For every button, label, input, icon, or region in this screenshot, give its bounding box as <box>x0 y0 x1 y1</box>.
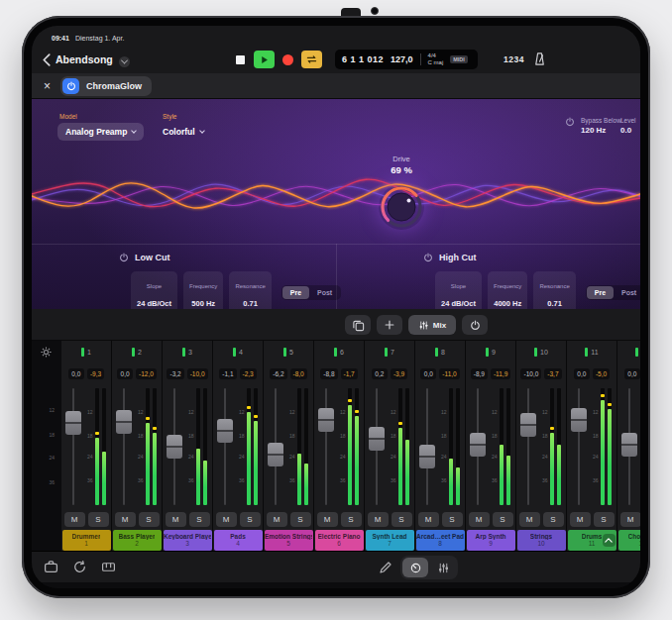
channel-strip[interactable]: 8 0,0 -11,0 12 18 24 36 <box>415 341 466 551</box>
drive-knob[interactable] <box>379 184 424 230</box>
project-title[interactable]: Abendsong <box>56 53 113 65</box>
track-name-tag[interactable]: Chorus V 12 <box>618 530 641 551</box>
fader-handle[interactable] <box>65 411 81 435</box>
mixer-power-button[interactable] <box>462 315 488 335</box>
post-button[interactable]: Post <box>614 286 640 299</box>
channel-strip[interactable]: 7 0,2 -3,9 12 18 24 36 <box>365 341 415 551</box>
mute-button[interactable]: M <box>570 512 591 527</box>
project-menu-button[interactable] <box>119 56 130 67</box>
fader-handle[interactable] <box>419 445 435 468</box>
plugin-power-toggle[interactable] <box>62 78 79 94</box>
solo-button[interactable]: S <box>139 512 160 527</box>
solo-button[interactable]: S <box>240 512 261 527</box>
mute-button[interactable]: M <box>418 512 439 527</box>
mute-button[interactable]: M <box>115 512 136 527</box>
track-name-tag[interactable]: Arcad…eet Pad 8 <box>416 530 465 551</box>
track-name-tag[interactable]: Pads 4 <box>214 530 263 551</box>
add-track-button[interactable] <box>377 315 402 335</box>
pre-button[interactable]: Pre <box>282 286 309 299</box>
browser-icon[interactable] <box>44 560 58 574</box>
solo-button[interactable]: S <box>493 512 513 527</box>
channel-strip[interactable]: 5 -6,2 -8,0 12 18 24 36 <box>264 341 314 551</box>
track-name-tag[interactable]: Strings 10 <box>517 530 566 551</box>
channel-strip[interactable]: 12 0,0 -6,0 12 18 24 36 <box>617 341 640 551</box>
pan-value[interactable]: 0,0 <box>117 368 133 379</box>
volume-value[interactable]: -3,7 <box>544 368 561 379</box>
mixer-settings-icon[interactable] <box>40 346 53 359</box>
bypass-below-control[interactable]: Bypass Below 120 Hz <box>565 117 621 135</box>
fader-handle[interactable] <box>268 443 283 466</box>
pan-value[interactable]: -1,1 <box>219 368 236 379</box>
metronome-button[interactable] <box>532 52 547 66</box>
fader-handle[interactable] <box>520 413 536 437</box>
mute-button[interactable]: M <box>166 512 186 527</box>
channel-strip[interactable]: 11 0,0 -5,0 12 18 24 36 <box>567 341 617 551</box>
volume-value[interactable]: -11,0 <box>439 368 459 379</box>
track-name-tag[interactable]: Emotion Strings 5 <box>265 530 313 551</box>
solo-button[interactable]: S <box>392 512 412 527</box>
fader-handle[interactable] <box>621 433 637 457</box>
fader-handle[interactable] <box>116 410 132 434</box>
channel-strip[interactable]: 2 0,0 -12,0 12 18 24 36 <box>112 341 163 551</box>
record-button[interactable] <box>282 54 293 65</box>
solo-button[interactable]: S <box>189 512 210 527</box>
pencil-icon[interactable] <box>379 561 392 574</box>
fader-handle[interactable] <box>470 433 486 457</box>
fader-handle[interactable] <box>217 419 233 443</box>
expand-track-button[interactable] <box>603 534 616 547</box>
count-in-button[interactable]: 1234 <box>504 54 524 64</box>
track-name-tag[interactable]: Bass Player 2 <box>113 530 162 551</box>
mix-view-button[interactable]: Mix <box>408 315 456 335</box>
mute-button[interactable]: M <box>216 512 237 527</box>
fader-handle[interactable] <box>369 427 385 451</box>
channel-strip[interactable]: 10 -10,0 -3,7 12 18 24 36 <box>516 341 567 551</box>
stop-button[interactable] <box>236 55 245 64</box>
volume-value[interactable]: -11,9 <box>491 368 510 379</box>
play-button[interactable] <box>254 51 275 68</box>
mute-button[interactable]: M <box>64 512 85 527</box>
low-cut-resonance[interactable]: Resonance 0.71 <box>229 271 271 309</box>
low-cut-slope[interactable]: Slope 24 dB/Oct <box>131 271 177 309</box>
pan-value[interactable]: -10,0 <box>520 368 541 379</box>
track-name-tag[interactable]: Keyboard Player 3 <box>164 530 212 551</box>
pan-value[interactable]: 0,0 <box>624 368 640 379</box>
mute-button[interactable]: M <box>519 512 540 527</box>
mute-button[interactable]: M <box>267 512 287 527</box>
solo-button[interactable]: S <box>290 512 311 527</box>
volume-value[interactable]: -9,3 <box>87 368 104 379</box>
track-name-tag[interactable]: Synth Lead 7 <box>366 530 414 551</box>
volume-value[interactable]: -10,0 <box>187 368 208 379</box>
back-chevron-icon[interactable] <box>42 53 52 66</box>
cycle-button[interactable] <box>301 51 322 68</box>
controls-view-button[interactable] <box>402 558 428 577</box>
channel-strip[interactable]: 9 -8,9 -11,9 12 18 24 36 <box>466 341 516 551</box>
pan-value[interactable]: -6,2 <box>270 368 286 379</box>
channel-strip[interactable]: 4 -1,1 -2,3 12 18 24 36 <box>213 341 264 551</box>
mute-button[interactable]: M <box>469 512 490 527</box>
track-name-tag[interactable]: Arp Synth 9 <box>467 530 515 551</box>
fader-handle[interactable] <box>318 408 334 432</box>
loop-browser-icon[interactable] <box>72 560 87 574</box>
high-cut-power-button[interactable] <box>423 253 433 262</box>
solo-button[interactable]: S <box>594 512 615 527</box>
track-name-tag[interactable]: Drummer 1 <box>62 530 111 551</box>
volume-value[interactable]: -8,0 <box>290 368 307 379</box>
track-name-tag[interactable]: Drums 11 <box>568 530 616 551</box>
pan-value[interactable]: -8,9 <box>471 368 488 379</box>
mixer-view-button[interactable] <box>430 558 456 577</box>
channel-strip[interactable]: 6 -8,8 -1,7 12 18 24 36 <box>314 341 365 551</box>
mute-button[interactable]: M <box>620 512 641 527</box>
volume-value[interactable]: -2,3 <box>240 368 257 379</box>
volume-value[interactable]: -3,9 <box>391 368 407 379</box>
style-selector[interactable]: Style Colorful <box>161 113 206 141</box>
volume-value[interactable]: -1,7 <box>341 368 358 379</box>
solo-button[interactable]: S <box>442 512 463 527</box>
high-cut-slope[interactable]: Slope 24 dB/Oct <box>435 271 482 309</box>
high-cut-resonance[interactable]: Resonance 0.71 <box>533 271 575 309</box>
solo-button[interactable]: S <box>88 512 109 527</box>
pan-value[interactable]: 0,0 <box>420 368 436 379</box>
low-cut-power-button[interactable] <box>119 253 129 262</box>
pan-value[interactable]: 0,0 <box>574 368 590 379</box>
pan-value[interactable]: -3,2 <box>167 368 183 379</box>
level-control[interactable]: Level 0.0 <box>620 117 640 135</box>
